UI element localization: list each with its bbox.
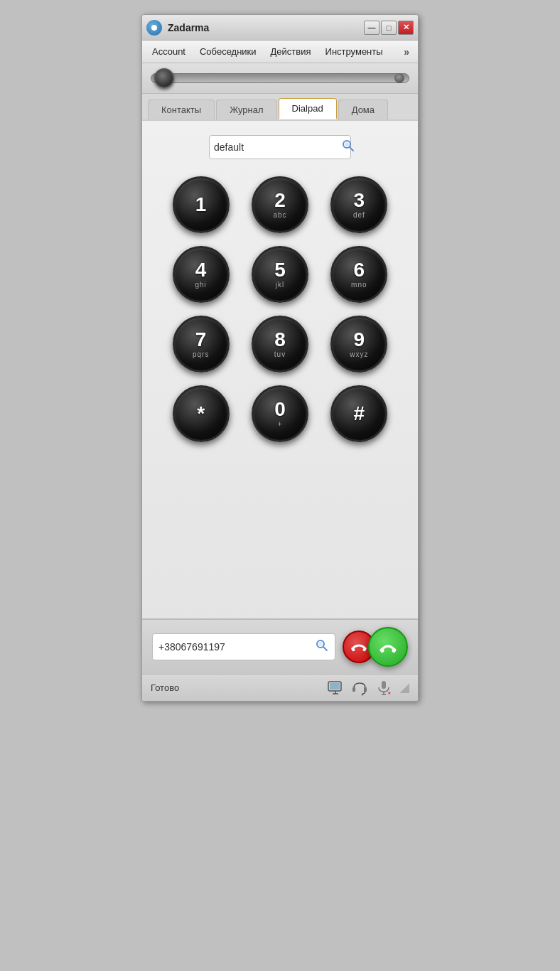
dialpad-key-hash[interactable]: # [330,385,387,442]
close-button[interactable]: ✕ [398,21,414,35]
dialpad-key-star[interactable]: * [173,385,230,442]
svg-line-1 [350,147,353,151]
dialpad-key-1[interactable]: 1 [173,176,230,233]
dialpad-key-8[interactable]: 8 tuv [252,316,308,372]
dialpad-search-button[interactable] [341,139,355,156]
status-icons [327,680,409,697]
app-icon [146,20,162,36]
mic-status-icon[interactable] [375,680,392,697]
dialpad-area: 1 2 abc 3 def 4 ghi 5 jkl 6 mno [142,121,418,618]
svg-rect-17 [382,681,386,689]
svg-rect-14 [352,687,355,692]
dialpad-key-0[interactable]: 0 + [252,385,308,442]
microphone-icon [375,680,392,697]
dialpad-key-4[interactable]: 4 ghi [173,246,230,303]
volume-slider-track[interactable] [151,73,409,83]
phone-input-box [152,633,335,660]
call-bar [142,618,418,674]
headset-status-icon[interactable] [351,680,368,697]
menu-tools[interactable]: Инструменты [318,43,390,60]
resize-handle[interactable] [399,683,409,693]
dialpad-key-9[interactable]: 9 wxyz [330,316,387,372]
menu-account[interactable]: Account [145,43,193,60]
tab-contacts[interactable]: Контакты [148,100,215,119]
dialpad-key-2[interactable]: 2 abc [252,176,308,233]
menu-bar: Account Собеседники Действия Инструменты… [142,41,418,63]
menu-contacts[interactable]: Собеседники [193,43,264,60]
dialpad-key-7[interactable]: 7 pqrs [173,316,230,372]
window-title: Zadarma [168,22,364,33]
window-controls: — □ ✕ [364,21,414,35]
title-bar: Zadarma — □ ✕ [142,15,418,41]
tab-journal[interactable]: Журнал [216,100,276,119]
svg-point-16 [362,693,364,695]
phone-number-input[interactable] [158,641,312,653]
dialpad-search-input[interactable] [214,141,338,153]
start-call-icon [379,640,397,654]
menu-actions[interactable]: Действия [264,43,318,60]
start-call-button[interactable] [368,627,408,667]
monitor-icon [327,680,344,697]
main-window: Zadarma — □ ✕ Account Собеседники Действ… [141,14,419,702]
svg-marker-20 [388,691,391,694]
network-status-icon[interactable] [327,680,344,697]
svg-line-4 [323,647,327,650]
mute-icon[interactable] [394,73,404,83]
svg-point-2 [345,142,349,146]
dialpad-key-6[interactable]: 6 mno [330,246,387,303]
dialpad-key-5[interactable]: 5 jkl [252,246,308,303]
dialpad-grid: 1 2 abc 3 def 4 ghi 5 jkl 6 mno [166,176,394,442]
volume-slider-thumb[interactable] [154,68,174,88]
svg-point-5 [318,642,323,646]
status-text: Готово [151,682,327,693]
minimize-button[interactable]: — [364,21,379,35]
volume-area [142,63,418,94]
search-icon [341,139,355,153]
menu-more-button[interactable]: » [398,43,415,60]
maximize-button[interactable]: □ [381,21,397,35]
dialpad-key-3[interactable]: 3 def [330,176,387,233]
tab-home[interactable]: Дома [338,100,388,119]
headset-icon [351,680,368,697]
tab-dialpad[interactable]: Dialpad [279,98,337,119]
end-call-icon [351,641,367,653]
tabs-bar: Контакты Журнал Dialpad Дома [142,94,418,121]
svg-rect-13 [330,683,340,690]
status-bar: Готово [142,674,418,701]
search-box [209,135,351,159]
call-buttons [343,627,408,667]
phone-search-button[interactable] [315,638,329,655]
search-row [154,135,406,159]
search-icon [315,638,329,653]
